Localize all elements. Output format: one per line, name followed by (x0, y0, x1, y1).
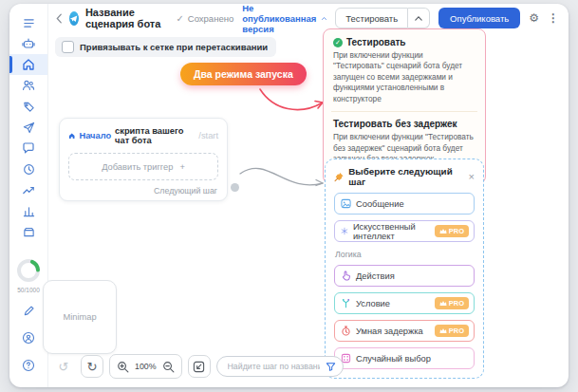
next-step-label: Следующий шаг (68, 186, 218, 196)
users-icon (22, 79, 35, 92)
stopwatch-icon (341, 326, 351, 336)
pro-badge: PRO (435, 325, 469, 337)
redo-icon: ↻ (87, 360, 98, 374)
redo-button[interactable]: ↻ (81, 355, 103, 378)
picker-item-condition[interactable]: Условие PRO (334, 292, 475, 314)
crown-icon (439, 327, 447, 334)
start-node[interactable]: Начало скрипта вашего чат бота /start До… (59, 118, 228, 201)
pencil-icon (23, 305, 35, 317)
picker-item-actions[interactable]: Действия (334, 265, 475, 287)
pro-badge: PRO (435, 297, 469, 309)
sidebar-item-help[interactable] (16, 355, 41, 376)
sidebar-item-growth[interactable] (9, 179, 47, 200)
minimap-label: Minimap (63, 312, 96, 322)
zoom-in-icon (117, 361, 129, 373)
info-section-title: Тестировать без задержек (333, 119, 475, 129)
sidebar-item-stats[interactable] (9, 200, 47, 221)
crown-icon (439, 300, 447, 307)
snap-to-grid-toggle[interactable]: Привязывать к сетке при перетаскивании (55, 37, 276, 57)
step-search-input[interactable] (226, 361, 322, 372)
picker-item-random[interactable]: Случайный выбор (334, 347, 475, 369)
more-menu-button[interactable]: ⋮ (548, 11, 559, 25)
sidebar-item-bots[interactable] (9, 33, 47, 54)
telegram-icon (69, 11, 79, 26)
check-circle-icon: ✓ (333, 38, 343, 47)
checkbox[interactable] (62, 41, 74, 53)
bar-chart-icon (23, 205, 35, 217)
branch-icon (341, 298, 351, 308)
sidebar-item-tags[interactable] (9, 96, 47, 117)
usage-progress-ring (16, 258, 41, 283)
send-icon (23, 121, 35, 134)
test-options-button[interactable] (408, 8, 430, 28)
test-button[interactable]: Тестировать (335, 8, 408, 28)
app-window: 50/1000 Название сценария бота ✓ Сохране… (9, 4, 569, 387)
home-icon (22, 58, 35, 71)
divider (331, 111, 477, 112)
ai-icon (341, 226, 348, 236)
hand-pointer-icon (341, 271, 351, 281)
kebab-icon: ⋮ (548, 11, 559, 25)
connector-line (237, 158, 330, 197)
gear-icon: ⚙ (529, 11, 539, 25)
sidebar-item-menu[interactable] (9, 12, 47, 33)
chevron-left-icon (56, 13, 63, 24)
sidebar-bottom: 50/1000 (16, 258, 41, 387)
tag-icon (23, 101, 35, 113)
picker-header: Выберите следующий шаг × (334, 166, 475, 187)
picker-title: Выберите следующий шаг (348, 166, 463, 187)
filter-funnel-icon[interactable] (326, 362, 336, 372)
usage-label: 50/1000 (17, 287, 40, 293)
version-dropdown[interactable]: Не опубликованная версия (242, 3, 326, 34)
undo-icon: ↺ (59, 360, 69, 374)
zoom-controls: 100% (109, 354, 182, 379)
start-node-header: Начало скрипта вашего чат бота /start (68, 126, 218, 145)
zoom-out-button[interactable] (162, 361, 175, 373)
trend-icon (22, 183, 35, 196)
sidebar-item-broadcasts[interactable] (9, 117, 47, 138)
test-split-button: Тестировать (335, 8, 430, 28)
snap-to-grid-label: Привязывать к сетке при перетаскивании (80, 42, 268, 52)
step-search (216, 356, 344, 377)
sidebar-item-contacts[interactable] (9, 75, 47, 96)
undo-button[interactable]: ↺ (52, 355, 75, 378)
top-bar: Название сценария бота ✓ Сохранено Не оп… (47, 4, 569, 32)
pro-badge: PRO (435, 225, 469, 237)
picker-item-message[interactable]: Сообщение (334, 193, 475, 215)
scenario-title: Название сценария бота (85, 7, 170, 29)
minimap[interactable]: Minimap (43, 280, 117, 354)
hint-arrow (254, 85, 332, 121)
zoom-in-button[interactable] (117, 361, 129, 373)
zoom-level: 100% (135, 362, 157, 371)
sidebar-item-edit[interactable] (16, 300, 41, 321)
chat-icon (22, 141, 35, 155)
close-icon[interactable]: × (469, 172, 475, 182)
save-status: ✓ Сохранено (176, 13, 233, 24)
info-section-title: ✓ Тестировать (333, 37, 475, 47)
sidebar-nav (9, 4, 47, 242)
picker-item-ai[interactable]: Искусственный интеллект PRO (334, 220, 475, 242)
sidebar-item-storage[interactable] (9, 221, 47, 242)
check-icon: ✓ (176, 13, 183, 24)
crown-icon (439, 228, 447, 234)
hint-badge: Два режима запуска (180, 63, 307, 85)
message-icon (341, 198, 351, 209)
back-button[interactable] (56, 13, 63, 24)
info-section-body: При включении функции "Тестировать" сцен… (333, 50, 475, 104)
sidebar-item-history[interactable] (9, 159, 47, 179)
plus-icon: + (179, 162, 184, 172)
chevron-up-icon (322, 16, 326, 21)
chevron-up-icon (415, 16, 422, 21)
sidebar-item-chats[interactable] (9, 138, 47, 159)
logic-group-label: Логика (335, 250, 475, 259)
add-trigger-button[interactable]: Добавить триггер + (68, 153, 218, 180)
publish-button[interactable]: Опубликовать (438, 8, 520, 28)
settings-button[interactable]: ⚙ (529, 11, 539, 25)
fit-view-button[interactable] (188, 355, 211, 378)
sidebar-item-support[interactable] (16, 327, 41, 348)
next-step-picker: Выберите следующий шаг × Сообщение Искус… (325, 159, 484, 379)
sidebar-item-home[interactable] (9, 54, 47, 75)
home-icon (68, 131, 75, 140)
picker-item-smart-delay[interactable]: Умная задержка PRO (334, 320, 475, 342)
canvas-toolbar: ↺ ↻ 100% (52, 354, 344, 379)
